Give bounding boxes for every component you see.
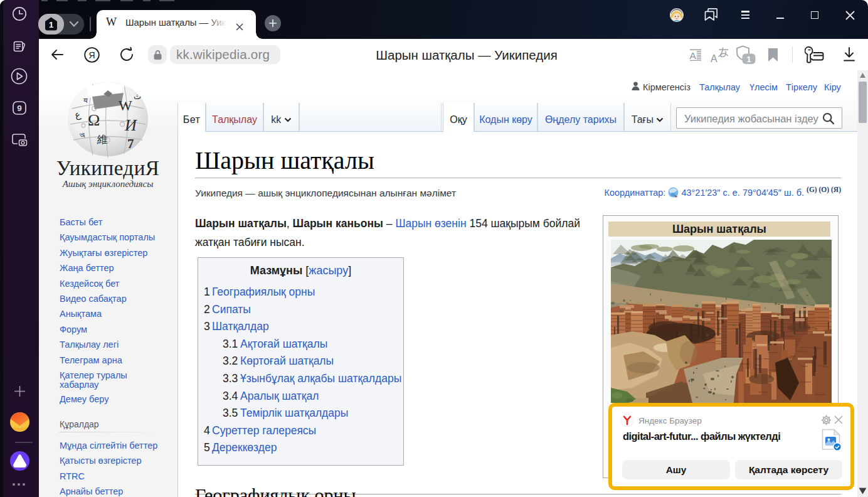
svg-text:1: 1 [747,55,751,64]
svg-text:Ω: Ω [88,111,100,129]
svg-text:W: W [119,98,132,114]
svg-text:維: 維 [97,134,108,146]
svg-text:A: A [690,50,697,61]
svg-text:7: 7 [127,136,134,151]
svg-text:1: 1 [49,20,53,29]
svg-text:И: И [124,116,137,134]
svg-text:A: A [711,53,717,63]
svg-text:9: 9 [17,104,22,113]
svg-text:य: य [83,96,88,105]
svg-text:ث: ث [134,92,141,101]
